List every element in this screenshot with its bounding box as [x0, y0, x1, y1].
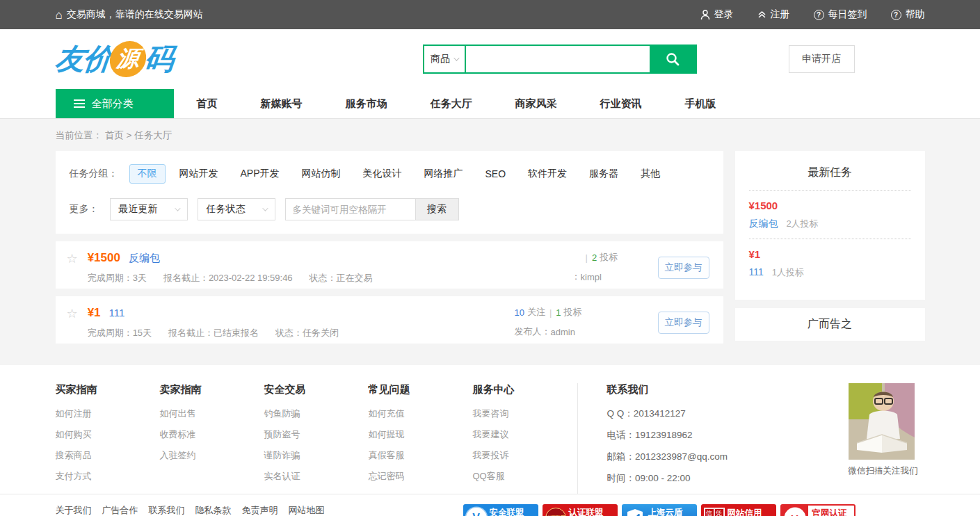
filter-chip-app-dev[interactable]: APP开发 [232, 164, 288, 184]
task-status-select[interactable]: 任务状态 [198, 198, 275, 220]
keyword-search-button[interactable]: 搜索 [416, 198, 459, 220]
bottom-link-about[interactable]: 关于我们 [56, 504, 92, 516]
badge-site-credit[interactable]: 信 凭 用 安 网站信用 ★★★★ [701, 504, 776, 516]
footer-link[interactable]: 入驻签约 [160, 449, 264, 462]
filter-chip-other[interactable]: 其他 [632, 164, 668, 184]
task-deadline: 报名截止：已结束报名 [168, 327, 259, 339]
footer-link[interactable]: 如何购买 [56, 428, 160, 441]
latest-task-item: ¥1500 反编包 2人投标 [749, 191, 911, 239]
footer-link[interactable]: 谨防诈骗 [264, 449, 369, 462]
footer-link[interactable]: 如何出售 [160, 408, 264, 420]
nav-item-new-media[interactable]: 新媒账号 [239, 97, 324, 111]
main-content: 当前位置： 首页 > 任务大厅 任务分组： 不限 网站开发 APP开发 [0, 119, 980, 365]
magnifier-icon [665, 51, 680, 67]
register-link[interactable]: 注册 [757, 8, 790, 21]
search-button[interactable] [650, 46, 696, 72]
search-input[interactable] [466, 46, 650, 72]
breadcrumb-current[interactable]: 任务大厅 [134, 130, 172, 140]
all-categories-button[interactable]: 全部分类 [56, 89, 174, 118]
breadcrumb: 当前位置： 首页 > 任务大厅 [56, 119, 925, 151]
question-circle-icon: ? [891, 10, 901, 20]
footer-link[interactable]: 如何提现 [369, 428, 473, 441]
favorite-star-icon[interactable]: ☆ [67, 307, 78, 320]
badge-security-alliance[interactable]: V 安全联盟 实名验证 [463, 504, 538, 516]
topbar: ⌂ 交易商城，靠谱的在线交易网站 登录 注册 ? 每日签到 ? 帮 [0, 0, 980, 29]
join-now-button[interactable]: 立即参与 [658, 257, 709, 279]
double-chevron-up-icon [757, 10, 766, 19]
footer-link[interactable]: 真假客服 [369, 449, 473, 462]
nav-item-home[interactable]: 首页 [175, 97, 239, 111]
bottom-link-contact[interactable]: 联系我们 [149, 504, 185, 516]
latest-task-price: ¥1 [749, 248, 911, 260]
task-period: 完成周期：3天 [88, 272, 147, 284]
task-row: ☆ ¥1500 反编包 完成周期：3天 报名截止：2023-02-22 19:5… [56, 241, 723, 289]
filter-chip-web-dev[interactable]: 网站开发 [171, 164, 227, 184]
header: 友 价 源 码 商品 申请开店 全部分类 [0, 29, 980, 119]
filter-chip-promotion[interactable]: 网络推广 [416, 164, 472, 184]
open-shop-button[interactable]: 申请开店 [789, 45, 855, 73]
task-title-link[interactable]: 反编包 [129, 252, 160, 265]
home-icon: ⌂ [56, 9, 63, 21]
nav-item-merchants[interactable]: 商家风采 [494, 97, 579, 111]
badge-official-site[interactable]: V 官网认证 -★★★★- [780, 504, 856, 516]
redacted-text [515, 253, 581, 261]
footer-link[interactable]: 我要投诉 [473, 449, 577, 462]
task-row: ☆ ¥1 111 完成周期：15天 报名截止：已结束报名 状态：任务关闭 [56, 296, 723, 344]
task-price: ¥1500 [88, 251, 120, 265]
footer-column-safe-trade: 安全交易 钓鱼防骗 预防盗号 谨防诈骗 实名认证 [264, 383, 369, 494]
bottom-links: 关于我们 广告合作 联系我们 隐私条款 免责声明 网站地图 [56, 504, 325, 516]
breadcrumb-home-link[interactable]: 首页 [105, 130, 124, 140]
cert-seal-icon: 认证联盟 [545, 508, 566, 516]
filter-chip-server[interactable]: 服务器 [581, 164, 627, 184]
footer-link[interactable]: 如何注册 [56, 408, 160, 420]
footer-link[interactable]: 钓鱼防骗 [264, 408, 369, 420]
bottom-link-disclaimer[interactable]: 免责声明 [242, 504, 278, 516]
badge-cert-alliance[interactable]: 认证联盟 认证联盟 行业网站 [543, 504, 618, 516]
footer-link[interactable]: 预防盗号 [264, 428, 369, 441]
footer-link[interactable]: 如何充值 [369, 408, 473, 420]
v-laurel-icon: V [466, 508, 487, 516]
task-publisher: kimpl [581, 272, 602, 282]
footer-link[interactable]: 我要建议 [473, 428, 577, 441]
footer-column-buyer-guide: 买家指南 如何注册 如何购买 搜索商品 支付方式 [56, 383, 160, 494]
filter-chip-unlimited[interactable]: 不限 [129, 164, 166, 184]
nav-item-service-market[interactable]: 服务市场 [324, 97, 409, 111]
nav-item-industry-news[interactable]: 行业资讯 [579, 97, 664, 111]
keyword-input[interactable] [285, 198, 416, 220]
nav-item-mobile[interactable]: 手机版 [664, 97, 738, 111]
filter-chip-seo[interactable]: SEO [477, 165, 515, 183]
bottom-bar: 关于我们 广告合作 联系我们 隐私条款 免责声明 网站地图 鲁公网安备16865… [0, 494, 980, 516]
task-period: 完成周期：15天 [88, 327, 152, 339]
task-title-link[interactable]: 111 [109, 307, 125, 319]
site-logo[interactable]: 友 价 源 码 [54, 40, 175, 79]
filter-chip-design[interactable]: 美化设计 [355, 164, 410, 184]
footer-link[interactable]: 收费标准 [160, 428, 264, 441]
join-now-button[interactable]: 立即参与 [658, 312, 709, 334]
daily-checkin-link[interactable]: ? 每日签到 [814, 8, 867, 21]
nav-item-task-hall[interactable]: 任务大厅 [409, 97, 494, 111]
bid-count: 2 [592, 252, 597, 263]
main-nav: 全部分类 首页 新媒账号 服务市场 任务大厅 商家风采 行业资讯 手机版 [56, 89, 925, 118]
follow-count: 10 [515, 307, 524, 318]
footer-link[interactable]: 实名认证 [264, 470, 369, 483]
sort-select[interactable]: 最近更新 [110, 198, 188, 220]
bottom-link-ads[interactable]: 广告合作 [102, 504, 138, 516]
latest-task-link[interactable]: 111 [749, 266, 764, 277]
favorite-star-icon[interactable]: ☆ [67, 252, 78, 265]
footer-link[interactable]: 我要咨询 [473, 408, 577, 420]
footer-link[interactable]: QQ客服 [473, 470, 577, 483]
login-link[interactable]: 登录 [700, 8, 734, 21]
filter-chip-site-clone[interactable]: 网站仿制 [294, 164, 349, 184]
search-category-select[interactable]: 商品 [424, 46, 466, 72]
footer-link[interactable]: 支付方式 [56, 470, 160, 483]
filter-chip-software[interactable]: 软件开发 [520, 164, 575, 184]
bottom-link-sitemap[interactable]: 网站地图 [289, 504, 325, 516]
task-price: ¥1 [88, 306, 101, 320]
badge-yundun[interactable]: 上海云盾 安全赞助 [622, 504, 697, 516]
footer-link[interactable]: 搜索商品 [56, 449, 160, 462]
chevron-down-icon [175, 205, 180, 211]
footer-link[interactable]: 忘记密码 [369, 470, 473, 483]
bottom-link-privacy[interactable]: 隐私条款 [195, 504, 232, 516]
latest-task-link[interactable]: 反编包 [749, 218, 778, 229]
help-link[interactable]: ? 帮助 [891, 8, 925, 21]
